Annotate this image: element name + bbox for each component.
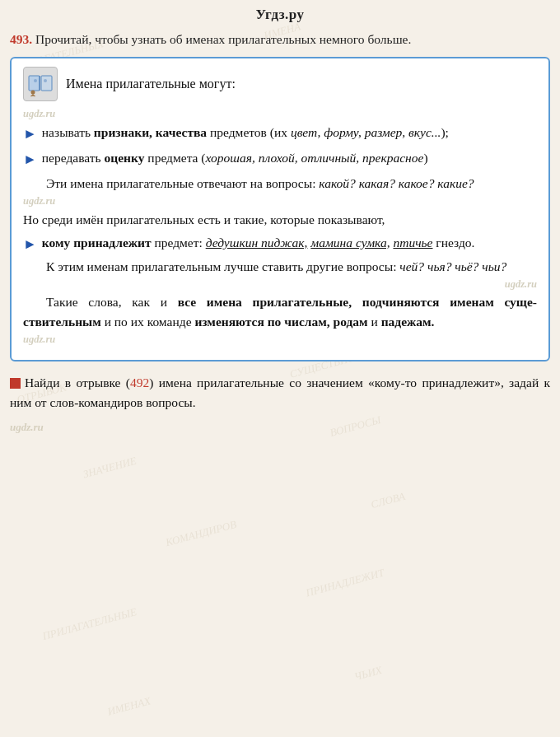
exercise-intro-text: Прочитай, чтобы узнать об именах прилага… [35,32,411,46]
bullet-arrow-2: ► [23,149,37,170]
bullet-2-text: передавать оценку предмета (хорошая, пло… [42,148,537,168]
answering-para: Эти имена прилагательные отвечают на воп… [23,174,537,194]
ugdz-watermark-2: ugdz.ru [23,194,537,209]
bullet-1-text: называть признаки, качества предметов (и… [42,123,537,142]
box-title-text: Имена прилагательные могут: [66,77,236,91]
exercise-number: 493. [10,32,32,46]
ugdz-watermark-1: ugdz.ru [23,106,537,122]
content-box: Имена прилагательные могут: ugdz.ru ► на… [10,57,550,362]
header-title: Угдз.ру [255,7,304,22]
bullet-arrow-3: ► [23,234,37,255]
task-square-icon [10,378,21,389]
svg-point-4 [44,79,47,82]
bullet-arrow-1: ► [23,124,37,145]
task-section: Найди в отрывке (492) имена прилага­тель… [10,373,550,413]
bullet-2: ► передавать оценку предмета (хорошая, п… [23,148,537,170]
svg-point-3 [34,79,37,82]
bullet-1: ► называть признаки, качества предметов … [23,123,537,145]
exercise-intro: 493. Прочитай, чтобы узнать об именах пр… [10,30,550,49]
ugdz-watermark-3: ugdz.ru [23,277,537,292]
ugdz-watermark-4: ugdz.ru [23,332,537,348]
svg-rect-1 [41,76,52,91]
takie-para: Такие слова, как и все имена прила­гател… [23,292,537,332]
svg-point-5 [31,91,35,95]
box-title: Имена прилагательные могут: [66,74,236,95]
box-title-row: Имена прилагательные могут: [23,67,537,101]
task-text: Найди в отрывке (492) имена прилага­тель… [10,375,550,409]
svg-rect-0 [29,76,40,91]
ugdz-watermark-bottom: ugdz.ru [10,421,550,434]
reading-icon [23,67,58,101]
k-etim-para: К этим именам прилагательным лучше стави… [23,257,537,277]
bullet-3-text: кому принадлежит предмет: дедушкин пиджа… [42,233,537,253]
middle-text: Но среди имён прилагательных есть и таки… [23,210,537,230]
site-header: Угдз.ру [10,7,550,23]
bullet-3: ► кому принадлежит предмет: дедушкин пид… [23,233,537,255]
